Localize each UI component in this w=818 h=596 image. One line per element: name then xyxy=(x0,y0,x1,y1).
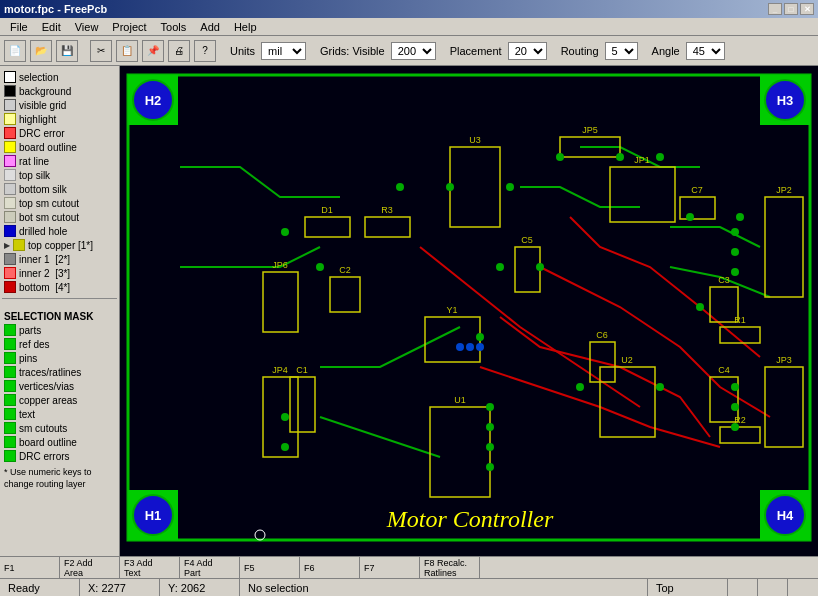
layer-inner2[interactable]: inner 2 [3*] xyxy=(2,266,117,280)
svg-point-82 xyxy=(731,423,739,431)
units-select[interactable]: mil mm xyxy=(261,42,306,60)
menu-view[interactable]: View xyxy=(69,20,105,34)
svg-point-68 xyxy=(536,263,544,271)
svg-point-81 xyxy=(731,403,739,411)
layer-bottom[interactable]: bottom [4*] xyxy=(2,280,117,294)
layer-label: top sm cutout xyxy=(19,198,79,209)
layer-top-copper[interactable]: ▶ top copper [1*] xyxy=(2,238,117,252)
svg-text:U2: U2 xyxy=(621,355,633,365)
close-button[interactable]: ✕ xyxy=(800,3,814,15)
mask-traces[interactable]: traces/ratlines xyxy=(2,365,117,379)
svg-point-67 xyxy=(496,263,504,271)
svg-point-72 xyxy=(486,443,494,451)
svg-rect-41 xyxy=(365,217,410,237)
layer-inner1[interactable]: inner 1 [2*] xyxy=(2,252,117,266)
layer-top-sm-cutout[interactable]: top sm cutout xyxy=(2,196,117,210)
status-selection: No selection xyxy=(240,579,648,596)
fkey-f4[interactable]: F4 AddPart xyxy=(180,557,240,578)
layer-highlight[interactable]: highlight xyxy=(2,112,117,126)
fkey-f5[interactable]: F5 xyxy=(240,557,300,578)
mask-copper-areas[interactable]: copper areas xyxy=(2,393,117,407)
mask-parts[interactable]: parts xyxy=(2,323,117,337)
svg-point-75 xyxy=(656,383,664,391)
fkey-f3[interactable]: F3 AddText xyxy=(120,557,180,578)
layer-board-outline[interactable]: board outline xyxy=(2,140,117,154)
fkey-f8[interactable]: F8 Recalc.Ratlines xyxy=(420,557,480,578)
pcb-canvas[interactable]: H2 H3 H1 H4 xyxy=(120,66,818,556)
svg-text:C4: C4 xyxy=(718,365,730,375)
toolbar: 📄 📂 💾 ✂ 📋 📌 🖨 ? Units mil mm Grids: Visi… xyxy=(0,36,818,66)
statusbar: Ready X: 2277 Y: 2062 No selection Top xyxy=(0,578,818,596)
svg-point-56 xyxy=(281,413,289,421)
svg-point-57 xyxy=(281,443,289,451)
svg-text:C5: C5 xyxy=(521,235,533,245)
status-extra2 xyxy=(758,579,788,596)
layer-background[interactable]: background xyxy=(2,84,117,98)
mask-board-outline[interactable]: board outline xyxy=(2,435,117,449)
print-button[interactable]: 🖨 xyxy=(168,40,190,62)
save-button[interactable]: 💾 xyxy=(56,40,78,62)
layer-top-silk[interactable]: top silk xyxy=(2,168,117,182)
status-y: Y: 2062 xyxy=(160,579,240,596)
routing-select[interactable]: 5 xyxy=(605,42,638,60)
mask-pins[interactable]: pins xyxy=(2,351,117,365)
routing-note: * Use numeric keys to change routing lay… xyxy=(2,463,117,494)
layer-bottom-silk[interactable]: bottom silk xyxy=(2,182,117,196)
help-btn[interactable]: ? xyxy=(194,40,216,62)
svg-text:H2: H2 xyxy=(145,93,162,108)
layer-drc-error[interactable]: DRC error xyxy=(2,126,117,140)
layer-bot-sm-cutout[interactable]: bot sm cutout xyxy=(2,210,117,224)
layer-label: background xyxy=(19,86,71,97)
svg-rect-51 xyxy=(263,272,298,332)
svg-text:H1: H1 xyxy=(145,508,162,523)
fkey-f7[interactable]: F7 xyxy=(360,557,420,578)
layer-rat-line[interactable]: rat line xyxy=(2,154,117,168)
placement-select[interactable]: 20 xyxy=(508,42,547,60)
svg-point-64 xyxy=(656,153,664,161)
mask-text[interactable]: text xyxy=(2,407,117,421)
mask-ref-des[interactable]: ref des xyxy=(2,337,117,351)
status-extra3 xyxy=(788,579,818,596)
open-button[interactable]: 📂 xyxy=(30,40,52,62)
svg-text:JP4: JP4 xyxy=(272,365,288,375)
layer-label: bottom [4*] xyxy=(19,282,70,293)
paste-button[interactable]: 📌 xyxy=(142,40,164,62)
svg-text:Motor Controller: Motor Controller xyxy=(386,506,554,532)
svg-point-62 xyxy=(556,153,564,161)
menu-help[interactable]: Help xyxy=(228,20,263,34)
cut-button[interactable]: ✂ xyxy=(90,40,112,62)
layer-drilled-hole[interactable]: drilled hole xyxy=(2,224,117,238)
layer-label: selection xyxy=(19,72,58,83)
fkey-f6[interactable]: F6 xyxy=(300,557,360,578)
new-button[interactable]: 📄 xyxy=(4,40,26,62)
fkey-f2[interactable]: F2 AddArea xyxy=(60,557,120,578)
grids-select[interactable]: 200 xyxy=(391,42,436,60)
svg-point-73 xyxy=(486,463,494,471)
layer-label: DRC error xyxy=(19,128,65,139)
menu-edit[interactable]: Edit xyxy=(36,20,67,34)
svg-rect-29 xyxy=(515,247,540,292)
menu-project[interactable]: Project xyxy=(106,20,152,34)
svg-point-66 xyxy=(736,213,744,221)
mask-drc-errors[interactable]: DRC errors xyxy=(2,449,117,463)
angle-label: Angle xyxy=(650,45,682,57)
svg-text:JP6: JP6 xyxy=(272,260,288,270)
layer-label: highlight xyxy=(19,114,56,125)
layer-visible-grid[interactable]: visible grid xyxy=(2,98,117,112)
maximize-button[interactable]: □ xyxy=(784,3,798,15)
mask-sm-cutouts[interactable]: sm cutouts xyxy=(2,421,117,435)
mask-vertices[interactable]: vertices/vias xyxy=(2,379,117,393)
fkey-f1[interactable]: F1 xyxy=(0,557,60,578)
menu-tools[interactable]: Tools xyxy=(155,20,193,34)
angle-select[interactable]: 45 xyxy=(686,42,725,60)
svg-rect-49 xyxy=(765,367,803,447)
menu-add[interactable]: Add xyxy=(194,20,226,34)
layer-selection[interactable]: selection xyxy=(2,70,117,84)
svg-rect-33 xyxy=(680,197,715,219)
menu-file[interactable]: File xyxy=(4,20,34,34)
placement-label: Placement xyxy=(448,45,504,57)
copy-button[interactable]: 📋 xyxy=(116,40,138,62)
minimize-button[interactable]: _ xyxy=(768,3,782,15)
svg-text:C6: C6 xyxy=(596,330,608,340)
svg-point-84 xyxy=(466,343,474,351)
